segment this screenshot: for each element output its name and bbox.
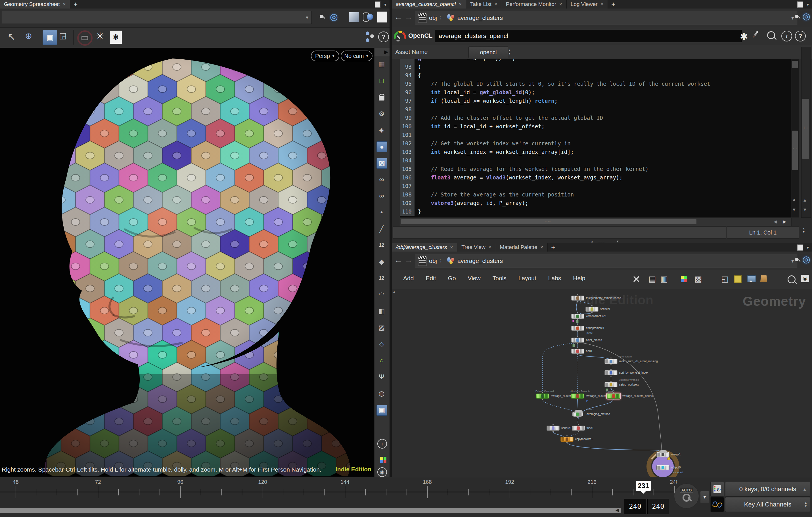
- two-sided-icon[interactable]: ◧: [376, 306, 387, 316]
- node-box[interactable]: [571, 295, 584, 301]
- end-frame-field-2[interactable]: 240: [647, 499, 669, 514]
- breadcrumb[interactable]: obj 〉 average_clusters ▼: [415, 254, 797, 268]
- new-tab-button[interactable]: +: [608, 0, 619, 8]
- code-editor[interactable]: g = 0 ; // ;93)94{95 // The global ID st…: [400, 59, 791, 218]
- menu-labs[interactable]: Labs: [547, 275, 562, 282]
- tab-log-viewer[interactable]: Log Viewer✕: [567, 0, 608, 8]
- new-tab-button[interactable]: +: [548, 243, 558, 252]
- node-box[interactable]: [605, 382, 617, 387]
- scroll-up-icon[interactable]: ▲: [792, 197, 796, 202]
- timeline-scrollbar[interactable]: ◀: [0, 508, 621, 513]
- no-lights-icon[interactable]: ⊗: [376, 109, 387, 119]
- tab-take-list[interactable]: Take List✕: [466, 0, 502, 8]
- search-icon[interactable]: [767, 31, 775, 39]
- asset-name-select[interactable]: opencl: [468, 46, 508, 58]
- sticky-note-icon[interactable]: [734, 276, 742, 283]
- primitives-icon[interactable]: [363, 12, 374, 22]
- menu-help[interactable]: Help: [572, 275, 586, 282]
- channel-graph-icon-button[interactable]: [710, 497, 724, 512]
- pane-menu-arrow-icon[interactable]: ▼: [806, 245, 810, 250]
- tools-wrench-icon[interactable]: [633, 276, 640, 283]
- pane-maximize-icon[interactable]: [797, 1, 803, 8]
- display-normals-icon[interactable]: ◇: [376, 339, 387, 349]
- tab-close-icon[interactable]: ✕: [459, 2, 462, 6]
- scroll-down-icon[interactable]: ▼: [792, 207, 796, 212]
- pin-icon[interactable]: [319, 13, 325, 20]
- node-box[interactable]: [571, 349, 584, 354]
- lock-handles-icon[interactable]: [376, 92, 387, 102]
- strip-expand-button[interactable]: ▶: [375, 48, 390, 56]
- menu-tools[interactable]: Tools: [491, 275, 508, 282]
- cube-display-icon[interactable]: [349, 12, 359, 22]
- view-tool-icon[interactable]: ⊕: [25, 31, 32, 41]
- dropdown-arrow-icon[interactable]: ▼: [305, 15, 309, 20]
- tab-geometry-spreadsheet[interactable]: Geometry Spreadsheet✕: [0, 0, 70, 8]
- pane-controls[interactable]: ▼: [797, 1, 810, 8]
- viewport-info-icon[interactable]: i: [377, 439, 387, 449]
- secure-selection-icon[interactable]: [77, 30, 92, 46]
- network-hierarchy-icon[interactable]: [365, 31, 376, 44]
- tab-close-icon[interactable]: ✕: [62, 2, 66, 6]
- link-rings-icon[interactable]: ◎: [802, 11, 810, 22]
- point-numbers-icon[interactable]: 12: [376, 240, 387, 251]
- node-box[interactable]: [571, 326, 584, 331]
- node-box[interactable]: [657, 465, 669, 470]
- code-vscrollbar[interactable]: ⋮⋮ ▲ ▼: [791, 59, 799, 218]
- forward-icon[interactable]: →: [404, 12, 413, 21]
- node-box[interactable]: [657, 452, 669, 457]
- node-name-input[interactable]: average_clusters_opencl: [435, 30, 742, 42]
- tab-material-palette[interactable]: Material Palette✕: [496, 243, 548, 252]
- gallery-bucket-icon[interactable]: [760, 276, 767, 282]
- tab--obj-average-clusters[interactable]: /obj/average_clusters✕: [392, 243, 457, 252]
- node-box[interactable]: [571, 314, 584, 319]
- back-icon[interactable]: ←: [394, 12, 403, 21]
- node-box[interactable]: [607, 394, 620, 399]
- scene-camera-tool-icon[interactable]: ▣: [42, 30, 57, 45]
- node-box[interactable]: [585, 307, 599, 312]
- node-box[interactable]: [571, 338, 584, 343]
- hull-display-icon[interactable]: ◠: [376, 290, 387, 300]
- info-icon[interactable]: i: [781, 31, 792, 41]
- scoped-channels-icon-button[interactable]: ↻: [710, 482, 724, 496]
- color-grid-icon[interactable]: [376, 453, 387, 463]
- dropdown-arrow-icon[interactable]: ▼: [790, 16, 795, 21]
- playhead[interactable]: 231: [636, 481, 651, 494]
- pin-icon[interactable]: [794, 257, 801, 263]
- tab-close-icon[interactable]: ✕: [601, 2, 604, 6]
- node-box[interactable]: [605, 370, 617, 375]
- pane-menu-arrow-icon[interactable]: ▼: [383, 2, 387, 7]
- pane-maximize-icon[interactable]: [797, 245, 803, 251]
- viewport-layout-icon[interactable]: [377, 11, 387, 23]
- menu-edit[interactable]: Edit: [425, 275, 437, 282]
- tab-tree-view[interactable]: Tree View✕: [457, 243, 496, 252]
- code-hscrollbar[interactable]: ⋯⋯ ◀ ▶: [400, 218, 791, 226]
- find-nodes-icon[interactable]: [788, 276, 795, 283]
- smooth-shade-icon[interactable]: ∞: [376, 174, 387, 184]
- pin-icon[interactable]: [794, 13, 801, 20]
- prim-normals-icon[interactable]: ◆: [376, 257, 387, 267]
- key-all-channels-button[interactable]: Key All Channels ▲▼: [725, 497, 810, 512]
- persp-menu-button[interactable]: Persp▼: [311, 51, 339, 61]
- forward-icon[interactable]: →: [404, 256, 413, 264]
- back-icon[interactable]: ←: [394, 256, 403, 264]
- subdivision-icon[interactable]: ○: [376, 355, 387, 366]
- prim-numbers-icon[interactable]: 12: [376, 273, 387, 283]
- tab-performance-monitor[interactable]: Performance Monitor✕: [502, 0, 567, 8]
- node-box[interactable]: [560, 437, 574, 442]
- node-box[interactable]: [572, 426, 585, 431]
- pane-divider[interactable]: [389, 0, 392, 477]
- breadcrumb[interactable]: obj 〉 average_clusters ▼: [415, 11, 797, 25]
- headlight-only-icon[interactable]: ◈: [376, 125, 387, 135]
- asset-name-spinner[interactable]: ▲▼: [508, 47, 511, 57]
- menu-go[interactable]: Go: [447, 275, 457, 282]
- tab-close-icon[interactable]: ✕: [488, 245, 492, 250]
- gear-asterisk-icon[interactable]: ✱: [740, 31, 748, 42]
- end-frame-field[interactable]: 240: [624, 499, 646, 514]
- scroll-down-icon[interactable]: ▼: [803, 207, 807, 212]
- link-rings-icon[interactable]: ◎: [330, 11, 338, 22]
- normal-lighting-icon[interactable]: ●: [376, 141, 387, 152]
- breadcrumb-root[interactable]: obj: [429, 15, 437, 21]
- node-box[interactable]: [605, 359, 617, 364]
- scrollbar-end-arrow-icon[interactable]: ◀: [615, 507, 619, 513]
- scroll-left-icon[interactable]: ◀: [774, 219, 777, 224]
